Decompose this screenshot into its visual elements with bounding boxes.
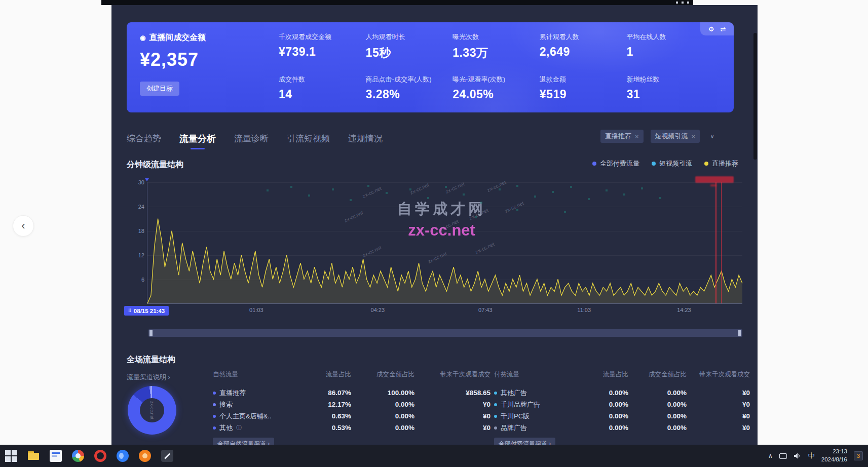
document-app-icon-glyph [50,450,62,462]
row-value: 0.53% [303,424,351,432]
row-dot [213,426,216,430]
browser-blue-icon[interactable] [111,445,134,467]
column-header: 带来千次观看成交 [414,370,490,379]
chip-close-icon[interactable]: × [692,133,696,140]
table-row: 千川PC版0.00%0.00%¥0 [494,410,750,422]
kpi-metric: 人均观看时长15秒 [366,32,453,61]
kpi-card: ⚙ ⇌ ◉ 直播间成交金额 ¥2,357 创建目标 千次观看成交金额¥739.1… [127,22,734,112]
short-video-speck [659,197,661,199]
row-label-text: 搜索 [219,400,233,409]
short-video-speck [445,186,447,188]
table-group-title: 自然流量 [213,370,303,379]
brush-handle-right[interactable] [738,330,741,336]
red-marker-line [721,182,722,303]
create-goal-button[interactable]: 创建目标 [140,82,179,96]
row-label: 个人主页&店铺&.. [213,412,303,421]
row-value: 0.00% [351,424,414,432]
info-icon[interactable]: ⓘ [236,424,242,432]
legend-item[interactable]: 直播推荐 [704,159,738,168]
traffic-section-title: 全场流量结构 [127,355,175,365]
browser-red-icon-glyph [94,450,106,462]
legend-dot [652,162,656,166]
tab-4[interactable]: 引流短视频 [287,133,330,149]
volume-icon[interactable] [794,452,802,459]
row-value: 0.00% [578,389,628,397]
short-video-speck [516,185,518,187]
ime-indicator[interactable]: 中 [808,451,815,460]
row-label: 其他广告 [494,388,578,398]
swap-icon[interactable]: ⇌ [720,25,726,33]
table-footer-link[interactable]: 全部付费流量渠道 › [494,438,555,445]
filter-chip[interactable]: 短视频引流× [651,130,700,143]
notification-badge[interactable]: 3 [854,451,863,460]
row-label-text: 其他广告 [501,388,527,398]
display-icon[interactable] [779,453,787,459]
short-video-speck [480,202,482,204]
filter-chip[interactable]: 直播推荐× [600,130,644,143]
tab-2[interactable]: 流量分析 [179,133,216,149]
y-axis-tick: 24 [126,204,144,210]
legend-item[interactable]: 短视频引流 [652,159,692,168]
filter-chips: 直播推荐×短视频引流×∨ [600,130,718,143]
kpi-metric: 商品点击-成交率(人数)3.28% [366,75,453,101]
short-video-speck [606,189,608,191]
chart-brush[interactable] [148,329,742,337]
taskbar-apps [0,445,178,467]
browser-red-icon[interactable] [89,445,111,467]
gear-icon[interactable]: ⚙ [708,25,714,33]
short-video-speck [427,197,429,199]
short-video-speck [623,193,625,196]
window-controls[interactable] [676,2,689,4]
kpi-main-value: ¥2,357 [140,49,206,70]
kpi-metrics: 千次观看成交金额¥739.1人均观看时长15秒曝光次数1.33万累计观看人数2,… [279,32,713,101]
y-axis-tick: 12 [126,252,144,258]
tab-5[interactable]: 违规情况 [348,133,383,149]
hidden-icons-chevron[interactable]: ∧ [768,452,773,459]
gridline [147,182,742,183]
short-video-speck [308,194,310,197]
start-button[interactable] [0,445,22,467]
row-value: 0.00% [351,412,414,420]
minute-traffic-chart: 自学成才网 zx-cc.net 30241812601:0304:2307:43… [147,182,742,304]
red-marker-line [715,182,716,303]
row-value: ¥0 [414,412,490,420]
traffic-donut-chart: zx-cc.net [128,386,176,435]
row-label-text: 其他 [219,423,233,433]
system-tray: ∧ 中 23:13 2024/8/16 3 [768,448,868,463]
window-scrollbar[interactable] [753,33,757,160]
legend-item[interactable]: 全部付费流量 [592,159,639,168]
row-dot [213,403,216,406]
tab-3[interactable]: 流量诊断 [234,133,269,149]
drag-handle-icon[interactable]: ⠿ [128,308,131,313]
legend-label: 直播推荐 [712,159,738,168]
back-button[interactable]: ‹ [13,215,34,237]
row-value: 0.00% [628,389,687,397]
gridline [147,280,742,280]
file-explorer-icon-glyph [27,450,40,462]
kpi-metric-label: 人均观看时长 [366,32,453,42]
kpi-metric-value: 31 [626,88,713,101]
table-footer-link[interactable]: 全部自然流量渠道 › [213,438,274,445]
taskbar-clock[interactable]: 23:13 2024/8/16 [821,448,847,463]
chip-close-icon[interactable]: × [635,133,639,140]
kpi-main-title: 直播间成交金额 [149,32,206,43]
row-dot [213,415,216,418]
timeline-start-badge[interactable]: ⠿ 08/15 21:43 [124,306,169,316]
chips-dropdown-icon[interactable]: ∨ [707,131,718,142]
kpi-metric-value: 1.33万 [452,45,540,61]
short-video-speck [588,198,590,200]
kpi-metric-value: ¥519 [540,88,627,101]
browser-orange-icon[interactable] [134,445,156,467]
kpi-metric-label: 曝光次数 [452,32,540,42]
row-value: 0.00% [578,401,628,408]
brush-handle-left[interactable] [149,330,153,336]
taskbar-date: 2024/8/16 [821,456,847,464]
editor-app-icon[interactable] [156,445,178,467]
y-axis-tick: 18 [126,228,144,234]
file-explorer-icon[interactable] [22,445,45,467]
channel-explain-link[interactable]: 流量渠道说明 › [127,373,170,382]
document-app-icon[interactable] [45,445,67,467]
tab-1[interactable]: 综合趋势 [127,133,161,149]
browser-colorful-icon[interactable] [67,445,89,467]
row-dot [213,392,216,395]
